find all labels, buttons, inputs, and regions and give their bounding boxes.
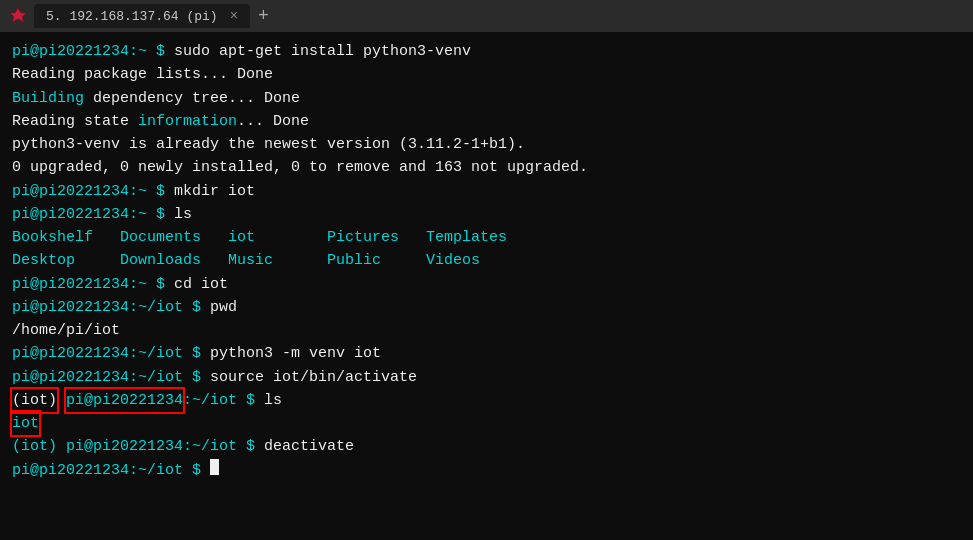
terminal-text: Bookshelf Documents iot Pictures Templat…: [12, 226, 507, 249]
terminal-text: pi@pi20221234:~ $: [12, 273, 174, 296]
highlighted-text: (iot): [12, 389, 57, 412]
terminal-line: pi@pi20221234:~ $ mkdir iot: [12, 180, 961, 203]
titlebar: 5. 192.168.137.64 (pi) × +: [0, 0, 973, 32]
terminal-text: pwd: [210, 296, 237, 319]
terminal-text: python3 -m venv iot: [210, 342, 381, 365]
terminal-line: Reading package lists... Done: [12, 63, 961, 86]
terminal-text: (iot) pi@pi20221234:~/iot $: [12, 435, 264, 458]
terminal-line: /home/pi/iot: [12, 319, 961, 342]
app-icon: [8, 6, 28, 26]
terminal-text: 0 upgraded, 0 newly installed, 0 to remo…: [12, 156, 588, 179]
terminal-line: (iot) pi@pi20221234:~/iot $ ls: [12, 389, 961, 412]
terminal-text: Reading package lists... Done: [12, 63, 273, 86]
terminal-text: :~/iot $: [183, 389, 264, 412]
highlighted-text: pi@pi20221234: [66, 389, 183, 412]
highlighted-text: iot: [12, 412, 39, 435]
terminal-line: Bookshelf Documents iot Pictures Templat…: [12, 226, 961, 249]
terminal-text: pi@pi20221234:~/iot $: [12, 366, 210, 389]
terminal-text: Desktop Downloads Music Public Videos: [12, 249, 480, 272]
terminal-text: mkdir iot: [174, 180, 255, 203]
terminal-text: pi@pi20221234:~/iot $: [12, 459, 210, 482]
terminal-line: pi@pi20221234:~/iot $ python3 -m venv io…: [12, 342, 961, 365]
terminal-text: sudo apt-get install python3-venv: [174, 40, 471, 63]
terminal-line: python3-venv is already the newest versi…: [12, 133, 961, 156]
terminal-text: Building: [12, 87, 84, 110]
terminal-line: pi@pi20221234:~/iot $ pwd: [12, 296, 961, 319]
terminal-text: [57, 389, 66, 412]
new-tab-button[interactable]: +: [258, 6, 269, 26]
terminal-line: pi@pi20221234:~/iot $: [12, 459, 961, 482]
terminal-line: (iot) pi@pi20221234:~/iot $ deactivate: [12, 435, 961, 458]
terminal-text: pi@pi20221234:~ $: [12, 203, 174, 226]
terminal-text: pi@pi20221234:~/iot $: [12, 342, 210, 365]
terminal-line: 0 upgraded, 0 newly installed, 0 to remo…: [12, 156, 961, 179]
terminal-output: pi@pi20221234:~ $ sudo apt-get install p…: [0, 32, 973, 540]
terminal-line: Building dependency tree... Done: [12, 87, 961, 110]
terminal-line: pi@pi20221234:~ $ cd iot: [12, 273, 961, 296]
terminal-text: dependency tree... Done: [84, 87, 300, 110]
terminal-text: ls: [174, 203, 192, 226]
svg-marker-0: [10, 8, 26, 22]
terminal-text: pi@pi20221234:~/iot $: [12, 296, 210, 319]
terminal-text: pi@pi20221234:~ $: [12, 180, 174, 203]
tab-close-button[interactable]: ×: [230, 8, 238, 24]
terminal-text: python3-venv is already the newest versi…: [12, 133, 525, 156]
terminal-text: information: [138, 110, 237, 133]
terminal-line: pi@pi20221234:~/iot $ source iot/bin/act…: [12, 366, 961, 389]
terminal-line: pi@pi20221234:~ $ sudo apt-get install p…: [12, 40, 961, 63]
terminal-line: Desktop Downloads Music Public Videos: [12, 249, 961, 272]
terminal-text: /home/pi/iot: [12, 319, 120, 342]
terminal-line: iot: [12, 412, 961, 435]
terminal-text: ls: [264, 389, 282, 412]
terminal-text: ... Done: [237, 110, 309, 133]
tab-label: 5. 192.168.137.64 (pi): [46, 9, 218, 24]
terminal-tab[interactable]: 5. 192.168.137.64 (pi) ×: [34, 4, 250, 28]
terminal-text: source iot/bin/activate: [210, 366, 417, 389]
terminal-line: Reading state information... Done: [12, 110, 961, 133]
terminal-text: pi@pi20221234:~ $: [12, 40, 174, 63]
terminal-text: cd iot: [174, 273, 228, 296]
terminal-text: deactivate: [264, 435, 354, 458]
terminal-line: pi@pi20221234:~ $ ls: [12, 203, 961, 226]
terminal-cursor: [210, 459, 219, 475]
terminal-text: Reading state: [12, 110, 138, 133]
